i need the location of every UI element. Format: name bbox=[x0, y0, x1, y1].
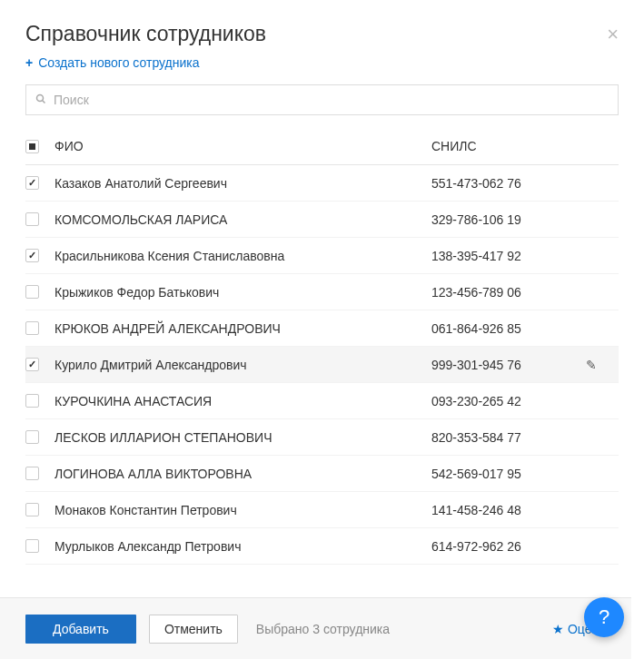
employee-name: КОМСОМОЛЬСКАЯ ЛАРИСА bbox=[47, 212, 431, 227]
selected-count: Выбрано 3 сотрудника bbox=[256, 622, 390, 636]
add-button[interactable]: Добавить bbox=[25, 615, 136, 644]
search-input[interactable] bbox=[54, 93, 609, 107]
employee-name: Монаков Константин Петрович bbox=[47, 503, 431, 517]
row-checkbox[interactable] bbox=[25, 321, 39, 335]
edit-icon[interactable]: ✎ bbox=[586, 358, 597, 372]
cancel-button[interactable]: Отменить bbox=[149, 615, 238, 644]
row-checkbox[interactable] bbox=[25, 285, 39, 299]
svg-point-0 bbox=[37, 95, 44, 102]
employee-snils: 820-353-584 77 bbox=[431, 430, 586, 445]
table-row[interactable]: Крыжиков Федор Батькович123-456-789 06✎ bbox=[25, 274, 619, 310]
employee-snils: 551-473-062 76 bbox=[431, 176, 586, 191]
row-checkbox[interactable] bbox=[25, 358, 39, 371]
employee-snils: 999-301-945 76 bbox=[431, 358, 586, 372]
search-icon bbox=[35, 93, 46, 107]
dialog-header: Справочник сотрудников × bbox=[25, 22, 619, 46]
employee-snils: 614-972-962 26 bbox=[431, 539, 586, 554]
plus-icon: + bbox=[25, 55, 33, 70]
create-employee-label: Создать нового сотрудника bbox=[38, 55, 199, 70]
table-row[interactable]: КРЮКОВ АНДРЕЙ АЛЕКСАНДРОВИЧ061-864-926 8… bbox=[25, 310, 619, 347]
question-icon: ? bbox=[599, 605, 609, 629]
employee-name: Мурлыков Александр Петрович bbox=[47, 539, 431, 554]
row-checkbox[interactable] bbox=[25, 249, 39, 262]
row-checkbox[interactable] bbox=[25, 430, 39, 444]
employee-snils: 329-786-106 19 bbox=[431, 212, 586, 227]
employee-name: КРЮКОВ АНДРЕЙ АЛЕКСАНДРОВИЧ bbox=[47, 321, 431, 336]
select-all-checkbox[interactable] bbox=[25, 140, 39, 153]
employee-name: КУРОЧКИНА АНАСТАСИЯ bbox=[47, 394, 431, 408]
employee-snils: 542-569-017 95 bbox=[431, 467, 586, 481]
column-header-snils[interactable]: СНИЛС bbox=[431, 139, 586, 153]
dialog-scroll[interactable]: Справочник сотрудников × + Создать новог… bbox=[0, 0, 644, 659]
table-row[interactable]: Казаков Анатолий Сергеевич551-473-062 76… bbox=[25, 165, 619, 202]
employee-name: Курило Дмитрий Александрович bbox=[47, 358, 431, 372]
star-icon: ★ bbox=[552, 622, 564, 636]
employee-snils: 061-864-926 85 bbox=[431, 321, 586, 336]
create-employee-link[interactable]: + Создать нового сотрудника bbox=[25, 55, 200, 70]
employee-name: Крыжиков Федор Батькович bbox=[47, 285, 431, 300]
row-checkbox[interactable] bbox=[25, 212, 39, 226]
table-row[interactable]: Курило Дмитрий Александрович999-301-945 … bbox=[25, 347, 619, 383]
employee-snils: 093-230-265 42 bbox=[431, 394, 586, 408]
svg-line-1 bbox=[43, 101, 45, 103]
row-checkbox[interactable] bbox=[25, 503, 39, 516]
table-row[interactable]: КУРОЧКИНА АНАСТАСИЯ093-230-265 42✎ bbox=[25, 383, 619, 419]
dialog-footer: Добавить Отменить Выбрано 3 сотрудника ★… bbox=[0, 597, 631, 659]
table-row[interactable]: ЛОГИНОВА АЛЛА ВИКТОРОВНА542-569-017 95✎ bbox=[25, 456, 619, 492]
employee-snils: 141-458-246 48 bbox=[431, 503, 586, 517]
employee-name: ЛОГИНОВА АЛЛА ВИКТОРОВНА bbox=[47, 467, 431, 481]
close-icon: × bbox=[607, 23, 619, 45]
employee-name: Красильникова Ксения Станиславовна bbox=[47, 249, 431, 263]
close-button[interactable]: × bbox=[607, 25, 619, 44]
table-row[interactable]: КОМСОМОЛЬСКАЯ ЛАРИСА329-786-106 19✎ bbox=[25, 202, 619, 238]
table-row[interactable]: Красильникова Ксения Станиславовна138-39… bbox=[25, 238, 619, 274]
employee-directory-dialog: Справочник сотрудников × + Создать новог… bbox=[0, 0, 644, 646]
employee-list: Казаков Анатолий Сергеевич551-473-062 76… bbox=[25, 165, 619, 646]
employee-name: Казаков Анатолий Сергеевич bbox=[47, 176, 431, 191]
employee-snils: 123-456-789 06 bbox=[431, 285, 586, 300]
row-checkbox[interactable] bbox=[25, 539, 39, 553]
table-row[interactable]: Монаков Константин Петрович141-458-246 4… bbox=[25, 492, 619, 528]
help-fab[interactable]: ? bbox=[584, 597, 624, 637]
search-box[interactable] bbox=[25, 84, 619, 115]
row-checkbox[interactable] bbox=[25, 394, 39, 408]
table-row[interactable]: ЛЕСКОВ ИЛЛАРИОН СТЕПАНОВИЧ820-353-584 77… bbox=[25, 419, 619, 456]
row-checkbox[interactable] bbox=[25, 176, 39, 190]
table-header: ФИО СНИЛС bbox=[25, 132, 619, 165]
employee-snils: 138-395-417 92 bbox=[431, 249, 586, 263]
table-row[interactable]: Мурлыков Александр Петрович614-972-962 2… bbox=[25, 528, 619, 565]
dialog-title: Справочник сотрудников bbox=[25, 22, 266, 46]
column-header-name[interactable]: ФИО bbox=[47, 139, 431, 153]
employee-name: ЛЕСКОВ ИЛЛАРИОН СТЕПАНОВИЧ bbox=[47, 430, 431, 445]
row-checkbox[interactable] bbox=[25, 467, 39, 480]
